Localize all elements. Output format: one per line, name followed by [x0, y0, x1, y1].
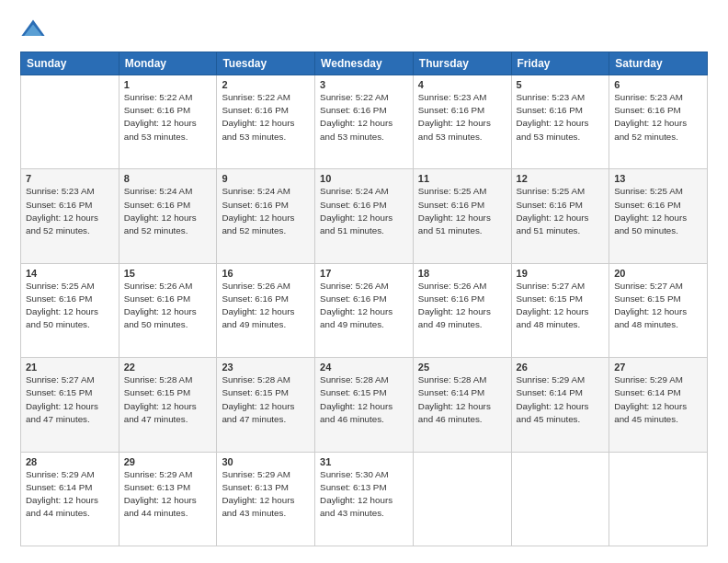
- day-number: 6: [614, 79, 702, 90]
- calendar-cell: 15Sunrise: 5:26 AM Sunset: 6:16 PM Dayli…: [119, 263, 217, 357]
- day-info: Sunrise: 5:26 AM Sunset: 6:16 PM Dayligh…: [320, 280, 408, 332]
- day-info: Sunrise: 5:27 AM Sunset: 6:15 PM Dayligh…: [614, 280, 702, 332]
- calendar-cell: 27Sunrise: 5:29 AM Sunset: 6:14 PM Dayli…: [609, 358, 708, 452]
- day-info: Sunrise: 5:26 AM Sunset: 6:16 PM Dayligh…: [124, 280, 212, 332]
- calendar-cell: 23Sunrise: 5:28 AM Sunset: 6:15 PM Dayli…: [217, 358, 315, 452]
- day-info: Sunrise: 5:23 AM Sunset: 6:16 PM Dayligh…: [418, 91, 506, 144]
- day-info: Sunrise: 5:28 AM Sunset: 6:15 PM Dayligh…: [222, 373, 310, 426]
- day-info: Sunrise: 5:23 AM Sunset: 6:16 PM Dayligh…: [614, 91, 702, 144]
- calendar-cell: 7Sunrise: 5:23 AM Sunset: 6:16 PM Daylig…: [21, 169, 119, 263]
- day-info: Sunrise: 5:29 AM Sunset: 6:13 PM Dayligh…: [222, 468, 310, 521]
- calendar-cell: 17Sunrise: 5:26 AM Sunset: 6:16 PM Dayli…: [315, 263, 414, 357]
- calendar-cell: 9Sunrise: 5:24 AM Sunset: 6:16 PM Daylig…: [217, 169, 315, 263]
- calendar-cell: 5Sunrise: 5:23 AM Sunset: 6:16 PM Daylig…: [511, 75, 609, 169]
- day-info: Sunrise: 5:22 AM Sunset: 6:16 PM Dayligh…: [320, 91, 408, 144]
- calendar-day-header: Monday: [119, 52, 217, 75]
- day-info: Sunrise: 5:29 AM Sunset: 6:14 PM Dayligh…: [614, 373, 702, 426]
- calendar-day-header: Tuesday: [217, 52, 315, 75]
- calendar-cell: 18Sunrise: 5:26 AM Sunset: 6:16 PM Dayli…: [413, 263, 511, 357]
- day-number: 1: [124, 79, 212, 90]
- day-number: 23: [222, 362, 310, 373]
- day-info: Sunrise: 5:28 AM Sunset: 6:15 PM Dayligh…: [320, 373, 408, 426]
- day-number: 28: [26, 456, 114, 467]
- day-info: Sunrise: 5:26 AM Sunset: 6:16 PM Dayligh…: [222, 280, 310, 332]
- day-number: 18: [418, 268, 506, 279]
- calendar-cell: 21Sunrise: 5:27 AM Sunset: 6:15 PM Dayli…: [21, 358, 119, 452]
- calendar-cell: 16Sunrise: 5:26 AM Sunset: 6:16 PM Dayli…: [217, 263, 315, 357]
- day-info: Sunrise: 5:24 AM Sunset: 6:16 PM Dayligh…: [124, 185, 212, 237]
- day-number: 19: [517, 268, 605, 279]
- calendar-cell: 3Sunrise: 5:22 AM Sunset: 6:16 PM Daylig…: [315, 75, 414, 169]
- day-info: Sunrise: 5:29 AM Sunset: 6:14 PM Dayligh…: [26, 468, 114, 521]
- day-number: 8: [124, 173, 212, 184]
- calendar-cell: [609, 452, 708, 546]
- calendar-cell: 10Sunrise: 5:24 AM Sunset: 6:16 PM Dayli…: [315, 169, 414, 263]
- calendar-cell: 25Sunrise: 5:28 AM Sunset: 6:14 PM Dayli…: [413, 358, 511, 452]
- calendar-cell: 19Sunrise: 5:27 AM Sunset: 6:15 PM Dayli…: [511, 263, 609, 357]
- day-info: Sunrise: 5:23 AM Sunset: 6:16 PM Dayligh…: [517, 91, 605, 144]
- day-number: 15: [124, 268, 212, 279]
- day-number: 31: [320, 456, 408, 467]
- day-info: Sunrise: 5:30 AM Sunset: 6:13 PM Dayligh…: [320, 468, 408, 521]
- calendar-header-row: SundayMondayTuesdayWednesdayThursdayFrid…: [21, 52, 708, 75]
- day-info: Sunrise: 5:29 AM Sunset: 6:14 PM Dayligh…: [517, 373, 605, 426]
- calendar-day-header: Sunday: [21, 52, 119, 75]
- calendar-cell: 24Sunrise: 5:28 AM Sunset: 6:15 PM Dayli…: [315, 358, 414, 452]
- calendar-cell: 12Sunrise: 5:25 AM Sunset: 6:16 PM Dayli…: [511, 169, 609, 263]
- day-number: 3: [320, 79, 408, 90]
- calendar-day-header: Thursday: [413, 52, 511, 75]
- day-info: Sunrise: 5:22 AM Sunset: 6:16 PM Dayligh…: [222, 91, 310, 144]
- day-info: Sunrise: 5:28 AM Sunset: 6:15 PM Dayligh…: [124, 373, 212, 426]
- day-number: 13: [614, 173, 702, 184]
- day-number: 5: [517, 79, 605, 90]
- logo-icon: [20, 17, 46, 42]
- day-number: 27: [614, 362, 702, 373]
- day-number: 4: [418, 79, 506, 90]
- calendar-cell: 31Sunrise: 5:30 AM Sunset: 6:13 PM Dayli…: [315, 452, 414, 546]
- day-number: 17: [320, 268, 408, 279]
- day-number: 12: [517, 173, 605, 184]
- calendar-table: SundayMondayTuesdayWednesdayThursdayFrid…: [20, 52, 708, 546]
- calendar-week-row: 14Sunrise: 5:25 AM Sunset: 6:16 PM Dayli…: [21, 263, 708, 357]
- day-number: 26: [517, 362, 605, 373]
- day-number: 16: [222, 268, 310, 279]
- calendar-cell: [511, 452, 609, 546]
- day-info: Sunrise: 5:23 AM Sunset: 6:16 PM Dayligh…: [26, 185, 114, 237]
- day-info: Sunrise: 5:26 AM Sunset: 6:16 PM Dayligh…: [418, 280, 506, 332]
- calendar-cell: 6Sunrise: 5:23 AM Sunset: 6:16 PM Daylig…: [609, 75, 708, 169]
- calendar-cell: [21, 75, 119, 169]
- calendar-week-row: 28Sunrise: 5:29 AM Sunset: 6:14 PM Dayli…: [21, 452, 708, 546]
- day-info: Sunrise: 5:28 AM Sunset: 6:14 PM Dayligh…: [418, 373, 506, 426]
- calendar-cell: 29Sunrise: 5:29 AM Sunset: 6:13 PM Dayli…: [119, 452, 217, 546]
- day-number: 7: [26, 173, 114, 184]
- calendar-cell: 30Sunrise: 5:29 AM Sunset: 6:13 PM Dayli…: [217, 452, 315, 546]
- calendar-cell: 20Sunrise: 5:27 AM Sunset: 6:15 PM Dayli…: [609, 263, 708, 357]
- day-number: 25: [418, 362, 506, 373]
- calendar-cell: [413, 452, 511, 546]
- day-number: 24: [320, 362, 408, 373]
- day-info: Sunrise: 5:25 AM Sunset: 6:16 PM Dayligh…: [614, 185, 702, 237]
- calendar-cell: 1Sunrise: 5:22 AM Sunset: 6:16 PM Daylig…: [119, 75, 217, 169]
- day-number: 20: [614, 268, 702, 279]
- day-info: Sunrise: 5:25 AM Sunset: 6:16 PM Dayligh…: [26, 280, 114, 332]
- day-number: 30: [222, 456, 310, 467]
- calendar-day-header: Wednesday: [315, 52, 414, 75]
- calendar-cell: 2Sunrise: 5:22 AM Sunset: 6:16 PM Daylig…: [217, 75, 315, 169]
- day-number: 10: [320, 173, 408, 184]
- calendar-cell: 11Sunrise: 5:25 AM Sunset: 6:16 PM Dayli…: [413, 169, 511, 263]
- calendar-cell: 26Sunrise: 5:29 AM Sunset: 6:14 PM Dayli…: [511, 358, 609, 452]
- calendar-cell: 4Sunrise: 5:23 AM Sunset: 6:16 PM Daylig…: [413, 75, 511, 169]
- day-info: Sunrise: 5:24 AM Sunset: 6:16 PM Dayligh…: [320, 185, 408, 237]
- calendar-cell: 28Sunrise: 5:29 AM Sunset: 6:14 PM Dayli…: [21, 452, 119, 546]
- calendar-day-header: Friday: [511, 52, 609, 75]
- calendar-week-row: 21Sunrise: 5:27 AM Sunset: 6:15 PM Dayli…: [21, 358, 708, 452]
- calendar-week-row: 7Sunrise: 5:23 AM Sunset: 6:16 PM Daylig…: [21, 169, 708, 263]
- day-info: Sunrise: 5:27 AM Sunset: 6:15 PM Dayligh…: [26, 373, 114, 426]
- day-number: 22: [124, 362, 212, 373]
- day-info: Sunrise: 5:24 AM Sunset: 6:16 PM Dayligh…: [222, 185, 310, 237]
- day-number: 14: [26, 268, 114, 279]
- header: [20, 17, 708, 42]
- calendar-cell: 8Sunrise: 5:24 AM Sunset: 6:16 PM Daylig…: [119, 169, 217, 263]
- calendar-day-header: Saturday: [609, 52, 708, 75]
- day-info: Sunrise: 5:22 AM Sunset: 6:16 PM Dayligh…: [124, 91, 212, 144]
